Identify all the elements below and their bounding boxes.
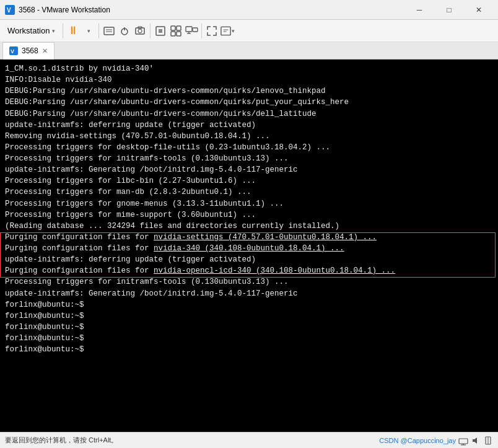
svg-rect-13 <box>177 26 181 30</box>
svg-rect-11 <box>159 29 162 33</box>
toolbar-icons <box>102 24 147 38</box>
workstation-label: Workstation <box>7 26 50 35</box>
svg-rect-15 <box>177 32 181 36</box>
sound-icon <box>471 436 481 446</box>
display-icons <box>153 24 199 38</box>
close-button[interactable]: ✕ <box>465 0 493 20</box>
toolbar-separator-2 <box>98 24 99 38</box>
settings-dropdown-arrow: ▾ <box>232 28 235 34</box>
usb-icon <box>483 436 493 446</box>
window-controls: ─ □ ✕ <box>405 0 493 20</box>
pause-icon: ⏸ <box>68 24 79 37</box>
svg-rect-12 <box>171 26 175 30</box>
enter-fullscreen-button[interactable] <box>204 24 219 38</box>
workstation-dropdown-arrow: ▾ <box>52 28 55 34</box>
fullscreen-icon <box>154 25 167 37</box>
terminal-output: 1_CM.so.1.distrib by nvidia-340' INFO:Di… <box>5 63 493 355</box>
vm-tab-label: 3568 <box>22 46 38 55</box>
enter-fullscreen-icon <box>206 25 218 37</box>
vm-screen[interactable]: 1_CM.so.1.distrib by nvidia-340' INFO:Di… <box>0 59 498 432</box>
workstation-menu[interactable]: Workstation ▾ <box>2 24 60 38</box>
toolbar-separator-4 <box>201 24 202 38</box>
fullscreen-button[interactable] <box>153 24 168 38</box>
menu-toolbar-bar: Workstation ▾ ⏸ ▾ <box>0 20 498 42</box>
svg-rect-16 <box>186 27 192 32</box>
svg-text:V: V <box>7 7 11 14</box>
pause-dropdown[interactable]: ▾ <box>81 24 96 38</box>
unity-button[interactable] <box>168 24 183 38</box>
settings-dropdown-button[interactable]: ▾ <box>220 24 235 38</box>
vm-tab[interactable]: V 3568 ✕ <box>2 42 55 59</box>
status-hint: 要返回到您的计算机，请按 Ctrl+Alt。 <box>5 436 118 445</box>
pause-button[interactable]: ⏸ <box>66 24 81 38</box>
minimize-button[interactable]: ─ <box>405 0 434 20</box>
vm-tab-icon: V <box>9 46 18 55</box>
snapshot-icon <box>134 25 146 37</box>
svg-rect-2 <box>104 27 114 35</box>
pause-group: ⏸ ▾ <box>66 24 96 38</box>
svg-rect-25 <box>459 439 468 444</box>
toolbar-separator-3 <box>150 24 151 38</box>
app-icon: V <box>5 5 15 15</box>
title-bar: V 3568 - VMware Workstation ─ □ ✕ <box>0 0 498 20</box>
multi-monitor-icon <box>185 25 198 37</box>
svg-rect-17 <box>193 28 198 32</box>
svg-point-8 <box>138 29 142 33</box>
unity-icon <box>170 25 182 37</box>
status-bar: 要返回到您的计算机，请按 Ctrl+Alt。 CSDN @Cappuccino_… <box>0 432 498 448</box>
pause-dropdown-arrow: ▾ <box>87 28 90 34</box>
svg-marker-28 <box>473 437 477 444</box>
svg-rect-20 <box>221 27 230 35</box>
ctrl-alt-del-icon <box>103 25 115 37</box>
power-icon <box>118 25 131 37</box>
watermark: CSDN @Cappuccino_jay <box>379 437 456 444</box>
power-button[interactable] <box>117 24 132 38</box>
extra-icons: ▾ <box>204 24 235 38</box>
svg-rect-14 <box>171 32 175 36</box>
svg-text:V: V <box>11 48 14 55</box>
tab-bar: V 3568 ✕ <box>0 42 498 59</box>
snapshot-button[interactable] <box>133 24 147 38</box>
maximize-button[interactable]: □ <box>435 0 463 20</box>
multi-monitor-button[interactable] <box>184 24 199 38</box>
settings-icon <box>220 25 232 37</box>
network-icon <box>458 436 468 446</box>
status-right: CSDN @Cappuccino_jay <box>379 436 493 446</box>
window-title: 3568 - VMware Workstation <box>19 6 110 14</box>
vm-tab-close[interactable]: ✕ <box>42 47 48 55</box>
send-ctrl-alt-del-button[interactable] <box>102 24 116 38</box>
toolbar-separator-1 <box>63 24 63 38</box>
